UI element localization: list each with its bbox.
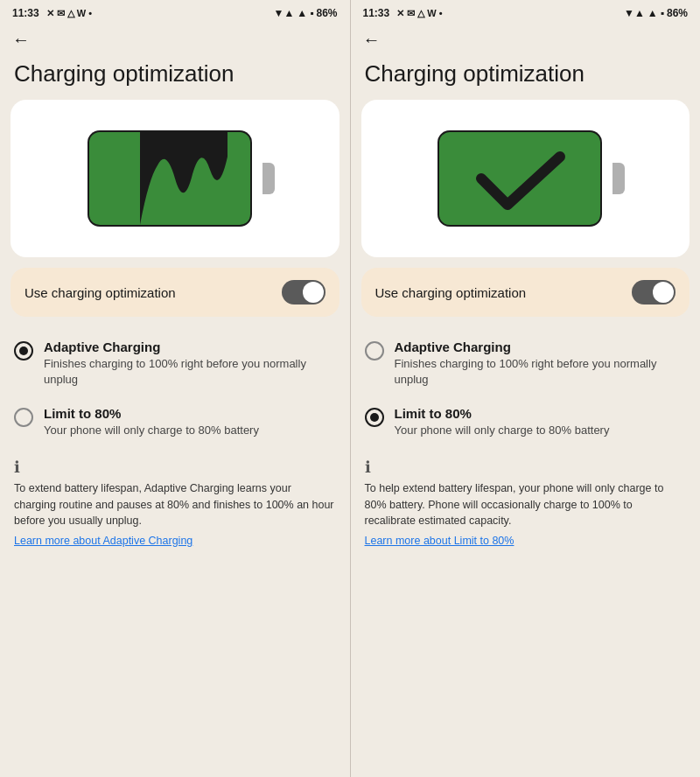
page-title-left: Charging optimization	[0, 53, 350, 100]
page-title-right: Charging optimization	[351, 53, 701, 100]
battery-card-left	[10, 100, 340, 257]
optimization-toggle-right[interactable]: Use charging optimization	[361, 268, 690, 317]
adaptive-desc-left: Finishes charging to 100% right before y…	[44, 356, 336, 388]
limit80-title-left: Limit to 80%	[44, 406, 336, 421]
battery-tip-left	[262, 163, 275, 194]
battery-illustration-right	[438, 130, 612, 227]
battery-pct-left: 86%	[316, 7, 337, 19]
radio-options-left: Adaptive Charging Finishes charging to 1…	[0, 327, 350, 451]
time-left: 11:33	[12, 7, 39, 19]
info-section-left: ℹ To extend battery lifespan, Adaptive C…	[0, 451, 350, 554]
toggle-thumb-left	[303, 282, 324, 303]
radio-inner-adaptive-left	[19, 346, 28, 355]
radio-limit80-left[interactable]	[14, 408, 33, 427]
adaptive-charging-option-left[interactable]: Adaptive Charging Finishes charging to 1…	[10, 331, 340, 396]
notif-icons-left: ✕ ✉ △ W •	[46, 8, 92, 19]
info-text-right: To help extend battery lifespan, your ph…	[365, 480, 687, 529]
signal-icon-left: ▼▲	[274, 7, 295, 19]
limit80-text-col-right: Limit to 80% Your phone will only charge…	[395, 406, 687, 438]
radio-adaptive-left[interactable]	[14, 341, 33, 360]
toggle-switch-left[interactable]	[282, 280, 326, 304]
toggle-thumb-right	[653, 282, 674, 303]
radio-adaptive-right[interactable]	[365, 341, 384, 360]
radio-inner-limit80-right	[370, 413, 379, 422]
back-button-left[interactable]: ←	[0, 23, 350, 53]
optimization-toggle-left[interactable]: Use charging optimization	[10, 268, 340, 317]
info-section-right: ℹ To help extend battery lifespan, your …	[351, 451, 701, 554]
adaptive-text-col-left: Adaptive Charging Finishes charging to 1…	[44, 340, 336, 388]
limit80-desc-right: Your phone will only charge to 80% batte…	[395, 423, 687, 438]
wifi-icon-left: ▲	[297, 7, 307, 19]
info-icon-right: ℹ	[365, 458, 687, 477]
battery-icon-left: ▪	[310, 7, 313, 19]
limit80-text-col-left: Limit to 80% Your phone will only charge…	[44, 406, 336, 438]
status-bar-right: 11:33 ✕ ✉ △ W • ▼▲ ▲ ▪ 86%	[351, 0, 701, 23]
adaptive-text-col-right: Adaptive Charging Finishes charging to 1…	[395, 340, 687, 388]
battery-tip-right	[612, 163, 625, 194]
time-right: 11:33	[363, 7, 390, 19]
limit80-title-right: Limit to 80%	[395, 406, 687, 421]
signal-icon-right: ▼▲	[624, 7, 645, 19]
info-link-left[interactable]: Learn more about Adaptive Charging	[14, 535, 336, 547]
status-right-right: ▼▲ ▲ ▪ 86%	[624, 7, 688, 19]
battery-illustration-left	[88, 130, 262, 227]
info-link-right[interactable]: Learn more about Limit to 80%	[365, 535, 687, 547]
left-panel: 11:33 ✕ ✉ △ W • ▼▲ ▲ ▪ 86% ← Charging op…	[0, 0, 350, 777]
right-panel: 11:33 ✕ ✉ △ W • ▼▲ ▲ ▪ 86% ← Charging op…	[351, 0, 701, 777]
status-bar-left: 11:33 ✕ ✉ △ W • ▼▲ ▲ ▪ 86%	[0, 0, 350, 23]
status-left: 11:33 ✕ ✉ △ W •	[12, 7, 92, 19]
battery-svg-right	[438, 130, 602, 227]
adaptive-desc-right: Finishes charging to 100% right before y…	[395, 356, 687, 388]
wifi-icon-right: ▲	[648, 7, 658, 19]
battery-icon-right: ▪	[661, 7, 664, 19]
battery-svg-left	[88, 130, 252, 227]
svg-rect-4	[439, 132, 600, 225]
adaptive-charging-option-right[interactable]: Adaptive Charging Finishes charging to 1…	[361, 331, 690, 396]
info-text-left: To extend battery lifespan, Adaptive Cha…	[14, 480, 336, 529]
battery-card-right	[361, 100, 690, 257]
back-button-right[interactable]: ←	[351, 23, 701, 53]
adaptive-title-left: Adaptive Charging	[44, 340, 336, 354]
status-right-left: ▼▲ ▲ ▪ 86%	[274, 7, 338, 19]
status-left-right: 11:33 ✕ ✉ △ W •	[363, 7, 443, 19]
notif-icons-right: ✕ ✉ △ W •	[396, 8, 442, 19]
limit80-option-left[interactable]: Limit to 80% Your phone will only charge…	[10, 397, 340, 447]
radio-options-right: Adaptive Charging Finishes charging to 1…	[351, 327, 701, 451]
adaptive-title-right: Adaptive Charging	[395, 340, 687, 354]
battery-pct-right: 86%	[667, 7, 688, 19]
toggle-label-left: Use charging optimization	[24, 285, 176, 300]
toggle-label-right: Use charging optimization	[375, 285, 527, 300]
info-icon-left: ℹ	[14, 458, 336, 477]
radio-limit80-right[interactable]	[365, 408, 384, 427]
toggle-switch-right[interactable]	[632, 280, 676, 304]
limit80-desc-left: Your phone will only charge to 80% batte…	[44, 423, 336, 438]
limit80-option-right[interactable]: Limit to 80% Your phone will only charge…	[361, 397, 690, 447]
